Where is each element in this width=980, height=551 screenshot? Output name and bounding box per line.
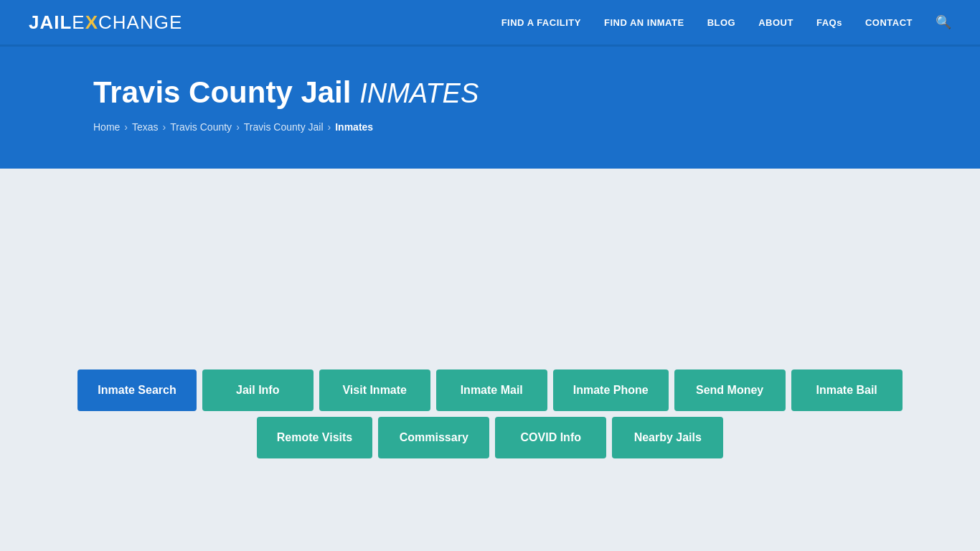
main-nav: FIND A FACILITY FIND AN INMATE BLOG ABOU…: [501, 14, 951, 30]
inmate-mail-button[interactable]: Inmate Mail: [436, 369, 547, 411]
search-icon[interactable]: 🔍: [936, 14, 951, 30]
breadcrumb-sep-2: ›: [163, 121, 166, 133]
nav-about[interactable]: ABOUT: [758, 17, 793, 28]
visit-inmate-button[interactable]: Visit Inmate: [319, 369, 430, 411]
inmate-search-button[interactable]: Inmate Search: [77, 369, 196, 411]
nav-contact[interactable]: CONTACT: [865, 17, 913, 28]
nav-blog[interactable]: BLOG: [707, 17, 736, 28]
page-title-subtitle: INMATES: [359, 78, 479, 108]
logo-exchange-text: EXCHANGE: [72, 11, 182, 34]
nav-faqs[interactable]: FAQs: [816, 17, 842, 28]
breadcrumb-home[interactable]: Home: [93, 121, 120, 133]
breadcrumb-travis-county[interactable]: Travis County: [170, 121, 232, 133]
breadcrumb-sep-4: ›: [328, 121, 331, 133]
logo-jail-text: JAIL: [29, 11, 72, 34]
logo-x-letter: X: [85, 11, 98, 33]
page-title: Travis County Jail INMATES: [93, 75, 887, 110]
jail-info-button[interactable]: Jail Info: [202, 369, 314, 411]
page-title-main: Travis County Jail: [93, 75, 351, 109]
main-content: Inmate Search Jail Info Visit Inmate Inm…: [0, 169, 980, 527]
inmate-phone-button[interactable]: Inmate Phone: [553, 369, 669, 411]
remote-visits-button[interactable]: Remote Visits: [257, 417, 373, 458]
inmate-bail-button[interactable]: Inmate Bail: [791, 369, 903, 411]
breadcrumb: Home › Texas › Travis County › Travis Co…: [93, 121, 887, 133]
hero-banner: Travis County Jail INMATES Home › Texas …: [0, 47, 980, 169]
breadcrumb-inmates: Inmates: [335, 121, 373, 133]
nav-find-facility[interactable]: FIND A FACILITY: [501, 17, 581, 28]
logo-e-letter: E: [72, 11, 85, 33]
breadcrumb-sep-1: ›: [124, 121, 128, 133]
buttons-row-2: Remote Visits Commissary COVID Info Near…: [257, 417, 724, 458]
breadcrumb-travis-county-jail[interactable]: Travis County Jail: [244, 121, 324, 133]
buttons-container: Inmate Search Jail Info Visit Inmate Inm…: [0, 183, 980, 487]
send-money-button[interactable]: Send Money: [674, 369, 786, 411]
commissary-button[interactable]: Commissary: [378, 417, 489, 458]
nav-find-inmate[interactable]: FIND AN INMATE: [604, 17, 684, 28]
covid-info-button[interactable]: COVID Info: [495, 417, 606, 458]
nearby-jails-button[interactable]: Nearby Jails: [612, 417, 723, 458]
site-header: JAIL EXCHANGE FIND A FACILITY FIND AN IN…: [0, 0, 980, 47]
breadcrumb-texas[interactable]: Texas: [132, 121, 159, 133]
site-logo[interactable]: JAIL EXCHANGE: [29, 11, 182, 34]
buttons-row-1: Inmate Search Jail Info Visit Inmate Inm…: [77, 369, 902, 411]
breadcrumb-sep-3: ›: [236, 121, 240, 133]
